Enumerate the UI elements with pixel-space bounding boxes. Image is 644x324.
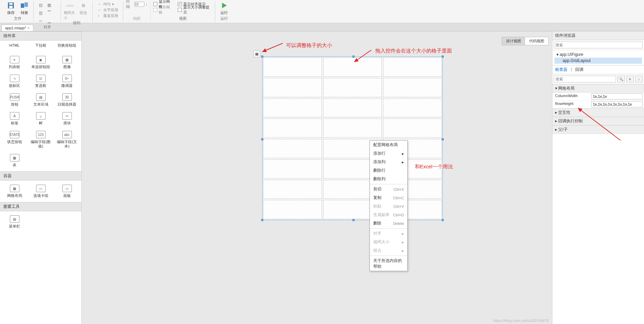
code-view-button[interactable]: 代码视图	[525, 37, 548, 45]
inspector-tab[interactable]: 检查器	[555, 67, 567, 73]
comp-滑块[interactable]: ═滑块	[54, 110, 80, 127]
ctx-group: 组合▸	[370, 246, 407, 255]
group-button[interactable]: ⊞组合	[77, 1, 90, 20]
component-library: 组件库 HTML 下拉框 切换按钮组 ≡列表框◉单选按钮组▦图像∿坐标区☑复选框…	[0, 31, 82, 324]
inspector-sort-icon[interactable]: ↕	[635, 76, 643, 82]
file-tab[interactable]: app1.mlapp* ×	[1, 25, 33, 31]
component-browser-title: 组件浏览器	[552, 31, 644, 40]
comp-复选框[interactable]: ☑复选框	[28, 73, 54, 90]
ctx-paste: 粘贴Ctrl+V	[370, 202, 407, 211]
ctx-cut[interactable]: 剪切Ctrl+X	[370, 185, 407, 194]
svg-rect-4	[25, 2, 28, 7]
containers-header: 容器	[0, 171, 81, 181]
ribbon: 保存 转换 文件 ▤ ▦ ▥ ▔ ═ ▁ 对齐 ▭▭相同大小 ⊞组合	[0, 0, 644, 23]
comp-网格布局[interactable]: ▦网格布局	[1, 183, 28, 200]
tree-child-selected[interactable]: app.GridLayout	[554, 58, 642, 64]
design-view-button[interactable]: 设计视图	[502, 37, 525, 45]
view-mode-switch: 设计视图 代码视图	[502, 37, 549, 45]
svg-line-8	[354, 50, 371, 62]
align-mid-icon[interactable]: ═	[36, 17, 45, 25]
arrange-group-label: 排列	[73, 20, 80, 26]
comp-编辑字段(数值)[interactable]: 123编辑字段(数值)	[28, 129, 54, 151]
ctx-del-row[interactable]: 删除行	[370, 166, 407, 175]
comp-标签[interactable]: A标签	[1, 110, 28, 127]
show-align-hints-checkbox[interactable]	[178, 2, 182, 6]
svg-marker-5	[222, 3, 227, 8]
annotation-drop: 拖入控件会在这个大小的格子里面	[375, 48, 452, 54]
grid-layout-selection[interactable]	[262, 57, 443, 220]
svg-rect-1	[9, 3, 13, 5]
comp-togglegroup[interactable]: 切换按钮组	[54, 41, 80, 50]
annotation-resize: 可以调整格子的大小	[286, 42, 332, 49]
svg-rect-3	[21, 3, 24, 8]
comp-dropdown[interactable]: 下拉框	[28, 41, 54, 50]
comp-html[interactable]: HTML	[1, 41, 28, 50]
run-group-label: 运行	[220, 16, 228, 21]
prop-section-gridlayout[interactable]: ▾ 网格布局	[552, 84, 644, 93]
comp-图像[interactable]: ▦图像	[54, 54, 80, 71]
comp-文本区域[interactable]: ▤文本区域	[28, 91, 54, 109]
context-menu: 配置网格布局 添加行▸ 添加列▸ 删除行 删除列 剪切Ctrl+X 复制Ctrl…	[370, 140, 408, 271]
save-button[interactable]: 保存	[5, 1, 17, 15]
comp-菜单栏[interactable]: ▤菜单栏	[1, 213, 28, 231]
view-group-label: 视图	[179, 16, 187, 21]
file-group-label: 文件	[14, 16, 21, 21]
ctx-help[interactable]: 关于所选内容的帮助	[370, 257, 407, 271]
inspector-search-icon[interactable]: 🔍	[617, 76, 625, 82]
same-size-button[interactable]: ▭▭相同大小	[64, 1, 76, 20]
comp-选项卡组[interactable]: ▭选项卡组	[28, 183, 54, 200]
component-library-header: 组件库	[0, 31, 81, 41]
comp-面板[interactable]: ▭面板	[54, 183, 80, 200]
grid-cells	[263, 57, 442, 220]
align-top-icon[interactable]: ▔	[45, 9, 53, 17]
ctx-delete[interactable]: 删除Delete	[370, 219, 407, 228]
show-grid-checkbox[interactable]	[153, 2, 157, 6]
ctx-add-row[interactable]: 添加行▸	[370, 149, 407, 158]
align-center-icon[interactable]: ▦	[45, 1, 53, 9]
prop-columnwidth: ColumnWidth	[552, 93, 644, 101]
ctx-duplicate: 生成副本Ctrl+D	[370, 211, 407, 219]
svg-line-9	[578, 108, 621, 140]
svg-line-7	[262, 43, 283, 52]
convert-button[interactable]: 转换	[18, 1, 31, 15]
file-tab-bar: app1.mlapp* ×	[0, 23, 644, 31]
align-right-icon[interactable]: ▥	[36, 9, 45, 17]
spacing-group-label: 间距	[133, 16, 141, 21]
comp-树[interactable]: ┬树	[28, 110, 54, 127]
ctx-align: 对齐▸	[370, 229, 407, 238]
tree-root[interactable]: ▾ app.UIFigure	[554, 51, 642, 58]
inspector-search-input[interactable]	[554, 76, 616, 82]
component-browser: 组件浏览器 ▾ app.UIFigure app.GridLayout 检查器 …	[552, 31, 644, 324]
design-canvas[interactable]: 设计视图 代码视图 ▦ 可以调整格子的大小 拖入控件会在这个大小的格子里面 和E…	[82, 31, 552, 324]
file-tab-label: app1.mlapp*	[5, 26, 26, 30]
comp-状态按钮[interactable]: STATE状态按钮	[1, 129, 28, 151]
comp-编辑字段(文本)[interactable]: abc编辑字段(文本)	[54, 129, 80, 151]
run-button[interactable]: 运行	[218, 1, 230, 15]
ctx-del-col[interactable]: 删除列	[370, 175, 407, 183]
ctx-same-size: 相同大小▸	[370, 238, 407, 246]
ctx-copy[interactable]: 复制Ctrl+C	[370, 194, 407, 202]
ctx-add-col[interactable]: 添加列▸	[370, 158, 407, 166]
spacing-input[interactable]	[134, 2, 144, 7]
show-resize-hints-checkbox[interactable]	[178, 8, 182, 12]
snap-grid-checkbox[interactable]	[153, 8, 157, 12]
watermark: https://blog.csdn.net/u010743470	[493, 319, 549, 323]
comp-微调器[interactable]: 0÷微调器	[54, 73, 80, 90]
comp-日期选择器[interactable]: 30日期选择器	[54, 91, 80, 109]
svg-rect-2	[9, 6, 13, 8]
annotation-excel: 和Excel一个用法	[415, 164, 453, 170]
close-tab-icon[interactable]: ×	[28, 26, 30, 30]
ctx-config-grid[interactable]: 配置网格布局	[370, 141, 407, 149]
columnwidth-input[interactable]	[591, 93, 643, 99]
align-bot-icon[interactable]: ▁	[45, 17, 53, 25]
align-group-label: 对齐	[44, 25, 51, 30]
inspector-view-icon[interactable]: ≡	[626, 76, 634, 82]
comp-坐标区[interactable]: ∿坐标区	[1, 73, 28, 90]
comp-按钮[interactable]: PUSH按钮	[1, 91, 28, 109]
align-left-icon[interactable]: ▤	[36, 1, 45, 9]
comp-单选按钮组[interactable]: ◉单选按钮组	[28, 54, 54, 71]
comp-列表框[interactable]: ≡列表框	[1, 54, 28, 71]
callback-tab[interactable]: 回调	[575, 67, 583, 73]
browser-search-input[interactable]	[554, 42, 643, 48]
comp-表[interactable]: ▦表	[1, 152, 28, 169]
